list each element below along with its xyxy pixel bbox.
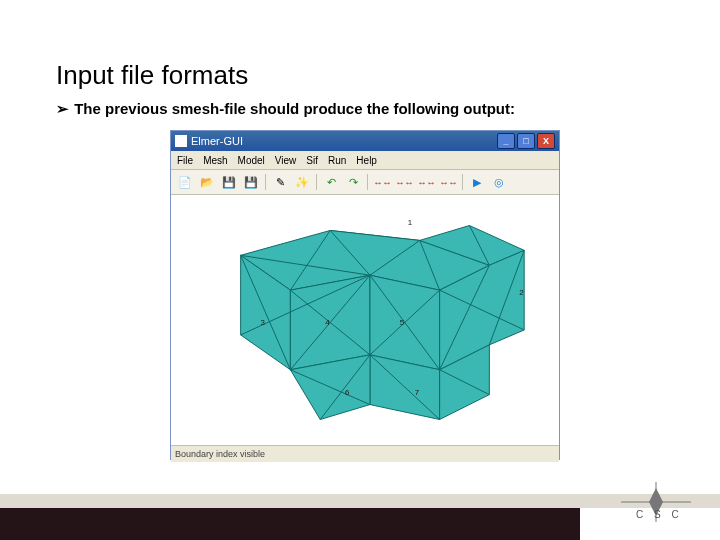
footer-dark xyxy=(0,508,580,540)
save-icon[interactable]: 💾 xyxy=(219,172,239,192)
status-bar: Boundary index visible xyxy=(171,445,559,462)
footer-band xyxy=(0,494,720,508)
menu-sif[interactable]: Sif xyxy=(306,155,318,166)
mesh-svg: 1 2 3 4 5 6 7 xyxy=(171,195,559,445)
node-label-6: 6 xyxy=(345,388,350,397)
node-label-3: 3 xyxy=(261,318,266,327)
node-label-2: 2 xyxy=(519,288,524,297)
menu-help[interactable]: Help xyxy=(356,155,377,166)
redo-icon[interactable]: ↷ xyxy=(343,172,363,192)
node-label-1: 1 xyxy=(408,218,413,227)
menubar: File Mesh Model View Sif Run Help xyxy=(171,151,559,170)
node-label-7: 7 xyxy=(415,388,420,397)
play-icon[interactable]: ▶ xyxy=(467,172,487,192)
csc-logo: C S C xyxy=(616,482,696,522)
arrows-4-icon[interactable]: ↔↔ xyxy=(438,172,458,192)
new-icon[interactable]: 📄 xyxy=(175,172,195,192)
window-title: Elmer-GUI xyxy=(191,135,243,147)
maximize-button[interactable]: □ xyxy=(517,133,535,149)
scope-icon[interactable]: ◎ xyxy=(489,172,509,192)
save-as-icon[interactable]: 💾 xyxy=(241,172,261,192)
screenshot-embedded: Elmer-GUI _ □ X File Mesh Model View Sif… xyxy=(170,130,560,460)
menu-mesh[interactable]: Mesh xyxy=(203,155,227,166)
bullet-text: The previous smesh-file should produce t… xyxy=(74,100,515,117)
node-label-5: 5 xyxy=(400,318,405,327)
menu-view[interactable]: View xyxy=(275,155,297,166)
slide-title: Input file formats xyxy=(56,60,248,91)
menu-model[interactable]: Model xyxy=(238,155,265,166)
bullet-line: ➢ The previous smesh-file should produce… xyxy=(56,100,515,118)
window-titlebar: Elmer-GUI _ □ X xyxy=(171,131,559,151)
arrows-3-icon[interactable]: ↔↔ xyxy=(416,172,436,192)
minimize-button[interactable]: _ xyxy=(497,133,515,149)
arrows-1-icon[interactable]: ↔↔ xyxy=(372,172,392,192)
app-icon xyxy=(175,135,187,147)
close-button[interactable]: X xyxy=(537,133,555,149)
mesh-viewport: 1 2 3 4 5 6 7 xyxy=(171,195,559,445)
pencil-icon[interactable]: ✎ xyxy=(270,172,290,192)
wand-icon[interactable]: ✨ xyxy=(292,172,312,192)
arrows-2-icon[interactable]: ↔↔ xyxy=(394,172,414,192)
open-icon[interactable]: 📂 xyxy=(197,172,217,192)
menu-run[interactable]: Run xyxy=(328,155,346,166)
csc-logo-text: C S C xyxy=(636,509,683,520)
status-text: Boundary index visible xyxy=(175,449,265,459)
undo-icon[interactable]: ↶ xyxy=(321,172,341,192)
node-label-4: 4 xyxy=(325,318,330,327)
menu-file[interactable]: File xyxy=(177,155,193,166)
toolbar: 📄 📂 💾 💾 ✎ ✨ ↶ ↷ ↔↔ ↔↔ ↔↔ ↔↔ ▶ ◎ xyxy=(171,170,559,195)
bullet-arrow-icon: ➢ xyxy=(56,100,70,118)
